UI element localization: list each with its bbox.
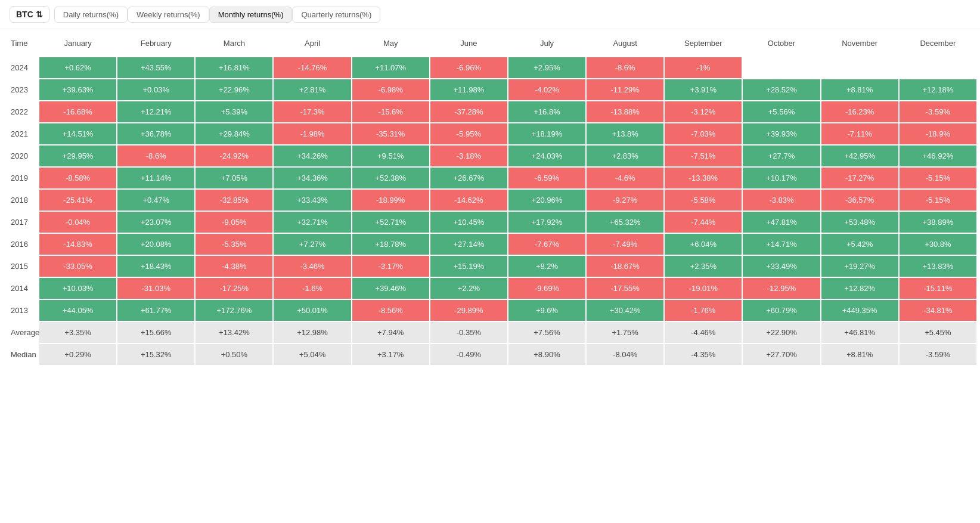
returns-table-wrap: TimeJanuaryFebruaryMarchAprilMayJuneJuly…	[0, 29, 980, 366]
data-cell: +34.26%	[273, 145, 351, 167]
data-cell: -16.68%	[39, 101, 117, 123]
data-cell: +43.55%	[117, 57, 195, 79]
col-header-december: December	[899, 30, 977, 57]
data-cell: -5.95%	[430, 123, 508, 145]
year-cell: 2017	[3, 211, 39, 233]
data-cell: +47.81%	[742, 211, 820, 233]
data-cell: +28.52%	[742, 79, 820, 101]
data-cell: -7.49%	[586, 233, 664, 255]
data-cell: -6.59%	[508, 167, 586, 189]
data-cell: -4.38%	[195, 255, 273, 277]
data-cell: -7.11%	[821, 123, 899, 145]
data-cell: -15.11%	[899, 277, 977, 299]
data-cell: -1%	[664, 57, 742, 79]
data-cell: +33.43%	[273, 189, 351, 211]
data-cell: -8.6%	[586, 57, 664, 79]
data-cell: -17.3%	[273, 101, 351, 123]
data-cell: -8.58%	[39, 167, 117, 189]
asset-selector[interactable]: BTC ⇅	[10, 6, 49, 23]
data-cell: +29.84%	[195, 123, 273, 145]
table-row: 2024+0.62%+43.55%+16.81%-14.76%+11.07%-6…	[3, 57, 977, 79]
data-cell: +10.03%	[39, 277, 117, 299]
data-cell: -31.03%	[117, 277, 195, 299]
data-cell: -7.03%	[664, 123, 742, 145]
data-cell: +7.27%	[273, 233, 351, 255]
average-cell: -0.35%	[430, 321, 508, 343]
data-cell: -5.15%	[899, 189, 977, 211]
data-cell: +65.32%	[586, 211, 664, 233]
tab-3[interactable]: Quarterly returns(%)	[292, 7, 380, 23]
data-cell: +9.51%	[352, 145, 430, 167]
data-cell: -7.44%	[664, 211, 742, 233]
data-cell: -25.41%	[39, 189, 117, 211]
data-cell: +50.01%	[273, 299, 351, 321]
tab-1[interactable]: Weekly returns(%)	[128, 7, 209, 23]
returns-table: TimeJanuaryFebruaryMarchAprilMayJuneJuly…	[2, 29, 978, 366]
average-cell: +7.94%	[352, 321, 430, 343]
data-cell: -12.95%	[742, 277, 820, 299]
data-cell: +7.05%	[195, 167, 273, 189]
data-cell: +18.19%	[508, 123, 586, 145]
year-cell: 2023	[3, 79, 39, 101]
data-cell: +0.47%	[117, 189, 195, 211]
data-cell: +27.7%	[742, 145, 820, 167]
data-cell: +2.95%	[508, 57, 586, 79]
data-cell: +17.92%	[508, 211, 586, 233]
data-cell: -0.04%	[39, 211, 117, 233]
data-cell: -1.6%	[273, 277, 351, 299]
chevron-icon: ⇅	[36, 10, 43, 19]
data-cell: +38.89%	[899, 211, 977, 233]
data-cell: -14.83%	[39, 233, 117, 255]
data-cell: -7.51%	[664, 145, 742, 167]
col-header-june: June	[430, 30, 508, 57]
data-cell: +46.92%	[899, 145, 977, 167]
table-row: 2016-14.83%+20.08%-5.35%+7.27%+18.78%+27…	[3, 233, 977, 255]
data-cell: +2.35%	[664, 255, 742, 277]
col-header-february: February	[117, 30, 195, 57]
average-row: Average+3.35%+15.66%+13.42%+12.98%+7.94%…	[3, 321, 977, 343]
tab-2[interactable]: Monthly returns(%)	[209, 7, 293, 23]
median-row: Median+0.29%+15.32%+0.50%+5.04%+3.17%-0.…	[3, 343, 977, 366]
data-cell: +11.14%	[117, 167, 195, 189]
tab-0[interactable]: Daily returns(%)	[54, 7, 128, 23]
data-cell	[742, 57, 820, 79]
col-header-may: May	[352, 30, 430, 57]
data-cell: +12.18%	[899, 79, 977, 101]
median-cell: -0.49%	[430, 343, 508, 366]
data-cell: -8.56%	[352, 299, 430, 321]
data-cell: +11.98%	[430, 79, 508, 101]
median-cell: +0.29%	[39, 343, 117, 366]
data-cell: -5.15%	[899, 167, 977, 189]
col-header-april: April	[273, 30, 351, 57]
median-cell: -3.59%	[899, 343, 977, 366]
col-header-september: September	[664, 30, 742, 57]
data-cell: +3.91%	[664, 79, 742, 101]
data-cell: +52.38%	[352, 167, 430, 189]
data-cell: -8.6%	[117, 145, 195, 167]
data-cell: -34.81%	[899, 299, 977, 321]
data-cell: -4.6%	[586, 167, 664, 189]
data-cell: +5.56%	[742, 101, 820, 123]
data-cell: +8.2%	[508, 255, 586, 277]
data-cell: +20.08%	[117, 233, 195, 255]
year-cell: 2014	[3, 277, 39, 299]
data-cell: +42.95%	[821, 145, 899, 167]
data-cell: -3.17%	[352, 255, 430, 277]
data-cell: +5.42%	[821, 233, 899, 255]
data-cell: -19.01%	[664, 277, 742, 299]
table-row: 2023+39.63%+0.03%+22.96%+2.81%-6.98%+11.…	[3, 79, 977, 101]
data-cell: -15.6%	[352, 101, 430, 123]
data-cell: -18.67%	[586, 255, 664, 277]
year-cell: 2016	[3, 233, 39, 255]
data-cell: +32.71%	[273, 211, 351, 233]
data-cell: +60.79%	[742, 299, 820, 321]
data-cell: +2.2%	[430, 277, 508, 299]
median-cell: +3.17%	[352, 343, 430, 366]
data-cell: -3.18%	[430, 145, 508, 167]
data-cell: +449.35%	[821, 299, 899, 321]
data-cell: +15.19%	[430, 255, 508, 277]
data-cell: +26.67%	[430, 167, 508, 189]
average-cell: -4.46%	[664, 321, 742, 343]
col-header-january: January	[39, 30, 117, 57]
data-cell: -33.05%	[39, 255, 117, 277]
